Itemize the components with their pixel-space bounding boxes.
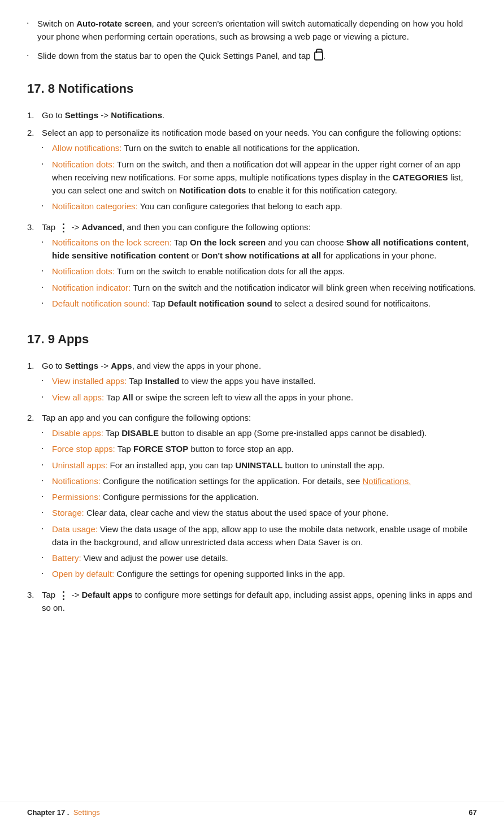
- 178-item-2-subbullets: • Allow notifications: Turn on the switc…: [42, 141, 477, 213]
- 178-item-3: 3. Tap ⋮ -> Advanced, and then you can c…: [27, 221, 477, 313]
- quick-settings-text: Slide down from the status bar to open t…: [37, 49, 477, 62]
- sub-dot-3: •: [42, 203, 52, 209]
- disable-apps-text: Disable apps: Tap DISABLE button to disa…: [52, 426, 477, 439]
- lock-screen-notifications-bullet: • Notificaitons on the lock screen: Tap …: [42, 236, 477, 262]
- battery-bullet: • Battery: View and adjust the power use…: [42, 551, 477, 564]
- 178-item-1: 1. Go to Settings -> Notifications.: [27, 109, 477, 122]
- storage-text: Storage: Clear data, clear cache and vie…: [52, 506, 477, 519]
- storage-label: Storage:: [52, 508, 84, 517]
- sub-dot-15: •: [42, 510, 52, 516]
- on-lock-screen-bold: On the lock screen: [190, 238, 266, 247]
- 179-item-1-subbullets: • View installed apps: Tap Installed to …: [42, 374, 477, 404]
- auto-rotate-text: Switch on Auto-rotate screen, and your s…: [37, 17, 477, 44]
- lock-icon: [314, 51, 323, 61]
- sub-dot-9: •: [42, 394, 52, 400]
- uninstall-apps-label: Uninstall apps:: [52, 460, 107, 470]
- section-179: 17. 9 Apps 1. Go to Settings -> Apps, an…: [27, 330, 477, 614]
- 178-item-3-num: 3.: [27, 221, 42, 234]
- default-sound-bold: Default notification sound: [168, 299, 272, 308]
- sub-dot-4: •: [42, 239, 52, 245]
- intro-section: • Switch on Auto-rotate screen, and your…: [27, 17, 477, 62]
- data-usage-label: Data usage:: [52, 524, 98, 534]
- footer: Chapter 17 . Settings 67: [0, 801, 504, 824]
- sub-dot-10: •: [42, 430, 52, 436]
- section-179-heading: 17. 9 Apps: [27, 330, 477, 349]
- open-by-default-text: Open by default: Configure the settings …: [52, 567, 477, 580]
- 179-item-3-num: 3.: [27, 588, 42, 601]
- default-notification-sound-text: Default notification sound: Tap Default …: [52, 297, 477, 310]
- notification-indicator-bullet: • Notification indicator: Turn on the sw…: [42, 281, 477, 294]
- auto-rotate-bold: Auto-rotate screen: [76, 19, 151, 28]
- sub-dot-14: •: [42, 494, 52, 500]
- menu-icon-1: ⋮: [58, 223, 68, 233]
- 178-item-1-num: 1.: [27, 109, 42, 122]
- battery-label: Battery:: [52, 553, 81, 563]
- notifications-link[interactable]: Notifications.: [362, 476, 411, 486]
- sub-dot-17: •: [42, 555, 52, 561]
- section-178: 17. 8 Notifications 1. Go to Settings ->…: [27, 79, 477, 313]
- 179-item-2-num: 2.: [27, 411, 42, 424]
- sub-dot-13: •: [42, 478, 52, 484]
- notification-indicator-label: Notification indicator:: [52, 283, 131, 292]
- bullet-dot-2: •: [27, 53, 37, 59]
- view-all-label: View all apps:: [52, 392, 104, 402]
- view-installed-apps-text: View installed apps: Tap Installed to vi…: [52, 374, 477, 387]
- sub-dot-8: •: [42, 378, 52, 384]
- notification-dots-bold: Notification dots: [179, 185, 246, 195]
- 178-item-2: 2. Select an app to personalize its noti…: [27, 126, 477, 216]
- section-179-list: 1. Go to Settings -> Apps, and view the …: [27, 359, 477, 614]
- section-178-heading: 17. 8 Notifications: [27, 79, 477, 98]
- uninstall-apps-text: Uninstall apps: For an installed app, yo…: [52, 459, 477, 472]
- uninstall-bold: UNINSTALL: [235, 460, 283, 470]
- permissions-label: Permissions:: [52, 492, 101, 502]
- default-notification-sound-bullet: • Default notification sound: Tap Defaul…: [42, 297, 477, 310]
- sub-dot-2: •: [42, 161, 52, 167]
- settings-bold-2: Settings: [65, 361, 98, 370]
- open-by-default-bullet: • Open by default: Configure the setting…: [42, 567, 477, 580]
- dont-show-bold: Don't show notifications at all: [201, 251, 321, 260]
- view-all-apps-text: View all apps: Tap All or swipe the scre…: [52, 391, 477, 404]
- 179-item-1: 1. Go to Settings -> Apps, and view the …: [27, 359, 477, 407]
- quick-settings-bullet: • Slide down from the status bar to open…: [27, 49, 477, 62]
- 178-item-1-content: Go to Settings -> Notifications.: [42, 109, 477, 122]
- menu-icon-2: ⋮: [58, 590, 68, 601]
- allow-notifications-text: Allow notifications: Turn on the switch …: [52, 141, 477, 154]
- 179-item-2-subbullets: • Disable apps: Tap DISABLE button to di…: [42, 426, 477, 581]
- open-by-default-label: Open by default:: [52, 569, 114, 579]
- installed-bold: Installed: [145, 376, 180, 386]
- 178-item-3-subbullets: • Notificaitons on the lock screen: Tap …: [42, 236, 477, 310]
- default-notification-sound-label: Default notification sound:: [52, 299, 150, 308]
- force-stop-bold: FORCE STOP: [133, 444, 188, 454]
- settings-bold-1: Settings: [65, 110, 98, 120]
- 179-item-2-content: Tap an app and you can configure the fol…: [42, 411, 477, 584]
- lock-screen-label: Notificaitons on the lock screen:: [52, 238, 172, 247]
- 179-item-3: 3. Tap ⋮ -> Default apps to configure mo…: [27, 588, 477, 615]
- force-stop-bullet: • Force stop apps: Tap FORCE STOP button…: [42, 442, 477, 455]
- categories-bold: CATEGORIES: [393, 172, 448, 182]
- notification-dots-label-1: Notification dots:: [52, 159, 115, 169]
- notifications-bold: Notifications: [111, 110, 162, 120]
- footer-page-number: 67: [469, 807, 477, 818]
- 179-item-3-content: Tap ⋮ -> Default apps to configure more …: [42, 588, 477, 615]
- notification-dots-text-1: Notification dots: Turn on the switch, a…: [52, 158, 477, 197]
- footer-left: Chapter 17 . Settings: [27, 807, 100, 818]
- allow-notifications-bullet: • Allow notifications: Turn on the switc…: [42, 141, 477, 154]
- sub-dot-18: •: [42, 571, 52, 577]
- notification-categories-text: Notificaiton categories: You can configu…: [52, 200, 477, 213]
- notification-dots-label-2: Notification dots:: [52, 266, 115, 276]
- notifications-app-bullet: • Notifications: Configure the notificat…: [42, 474, 477, 488]
- sub-dot-6: •: [42, 284, 52, 291]
- hide-sensitive-bold: hide sensitive notification content: [52, 251, 189, 260]
- notifications-app-label: Notifications:: [52, 476, 101, 486]
- section-178-list: 1. Go to Settings -> Notifications. 2. S…: [27, 109, 477, 313]
- sub-dot-7: •: [42, 300, 52, 307]
- view-installed-label: View installed apps:: [52, 376, 127, 386]
- notification-dots-bullet-2: • Notification dots: Turn on the switch …: [42, 265, 477, 278]
- notification-indicator-text: Notification indicator: Turn on the swit…: [52, 281, 477, 294]
- permissions-text: Permissions: Configure permissions for t…: [52, 490, 477, 503]
- uninstall-apps-bullet: • Uninstall apps: For an installed app, …: [42, 459, 477, 472]
- notifications-app-text: Notifications: Configure the notificatio…: [52, 474, 477, 488]
- force-stop-label: Force stop apps:: [52, 444, 115, 454]
- force-stop-text: Force stop apps: Tap FORCE STOP button t…: [52, 442, 477, 455]
- 179-item-2: 2. Tap an app and you can configure the …: [27, 411, 477, 584]
